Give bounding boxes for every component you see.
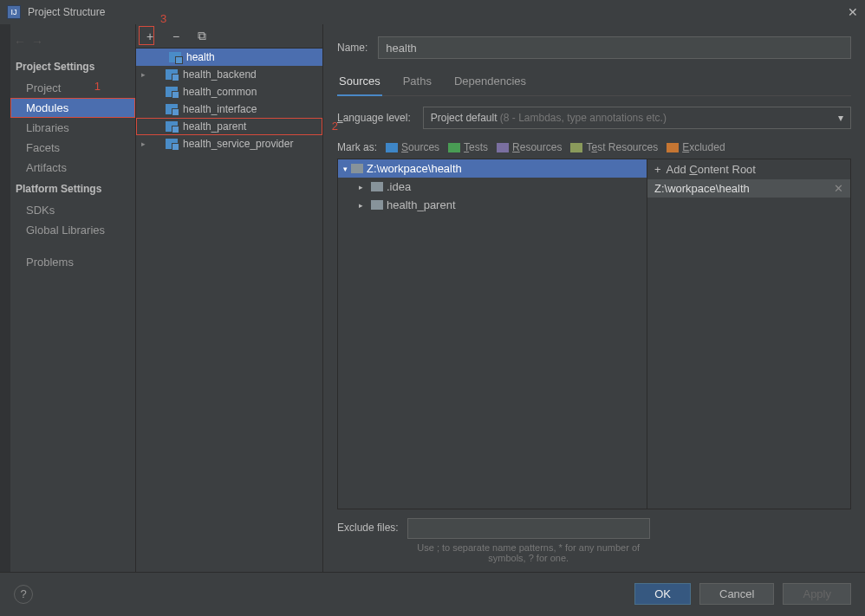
- module-label: health_backend: [183, 68, 257, 81]
- window-title: Project Structure: [28, 6, 105, 18]
- close-icon[interactable]: ✕: [848, 5, 858, 19]
- module-toolbar: + − ⧉ 3: [136, 24, 322, 49]
- file-tree-label: health_parent: [387, 198, 456, 211]
- sidebar-item-problems[interactable]: Problems: [10, 252, 135, 272]
- content-root-label: Z:\workpace\health: [654, 182, 750, 195]
- sidebar-label: Artifacts: [26, 161, 67, 174]
- tests-icon: [448, 143, 460, 152]
- back-icon[interactable]: ←: [14, 35, 26, 49]
- plus-icon: +: [654, 163, 661, 176]
- mark-as-label: Mark as:: [337, 141, 377, 153]
- tab-paths[interactable]: Paths: [401, 71, 433, 95]
- exclude-files-label: Exclude files:: [337, 518, 399, 534]
- file-tree-item[interactable]: ▸ .idea: [338, 178, 647, 196]
- file-tree: ▾ Z:\workpace\health ▸ .idea ▸ health_pa…: [338, 159, 647, 509]
- platform-settings-header: Platform Settings: [10, 178, 135, 200]
- sidebar-label: Modules: [26, 101, 68, 114]
- mark-tests-button[interactable]: Tests: [448, 141, 488, 153]
- module-label: health_parent: [183, 120, 246, 133]
- folder-icon: [371, 182, 383, 191]
- nav-arrows: ← →: [10, 31, 135, 55]
- folder-icon: [371, 200, 383, 210]
- exclude-hint: Use ; to separate name patterns, * for a…: [407, 542, 650, 563]
- titlebar: IJ Project Structure ✕: [0, 0, 865, 24]
- annotation-1: 1: [94, 80, 101, 93]
- module-label: health_interface: [183, 103, 257, 115]
- ok-button[interactable]: OK: [634, 583, 691, 605]
- mark-sources-button[interactable]: Sources: [386, 141, 439, 153]
- sidebar-item-libraries[interactable]: Libraries: [10, 118, 135, 138]
- collapse-icon[interactable]: ▾: [343, 165, 348, 173]
- left-gutter: [0, 24, 10, 572]
- copy-module-icon[interactable]: ⧉: [195, 29, 209, 43]
- language-level-label: Language level:: [337, 112, 411, 124]
- remove-module-icon[interactable]: −: [169, 29, 183, 43]
- folder-icon: [351, 164, 363, 173]
- file-tree-root[interactable]: ▾ Z:\workpace\health: [338, 159, 647, 178]
- language-level-select[interactable]: Project default (8 - Lambdas, type annot…: [423, 107, 851, 129]
- sidebar-item-modules[interactable]: Modules: [10, 98, 135, 118]
- sidebar-item-global-libraries[interactable]: Global Libraries: [10, 220, 135, 240]
- tab-dependencies[interactable]: Dependencies: [452, 71, 528, 95]
- project-settings-header: Project Settings: [10, 55, 135, 78]
- sidebar-label: Libraries: [26, 121, 69, 134]
- sidebar-label: Facets: [26, 141, 60, 154]
- add-content-root-button[interactable]: + Add Content Root: [647, 159, 850, 179]
- footer: ? OK Cancel Apply: [0, 572, 865, 615]
- module-icon: [166, 139, 178, 149]
- sidebar-item-artifacts[interactable]: Artifacts: [10, 158, 135, 178]
- name-label: Name:: [337, 42, 367, 54]
- module-icon: [166, 69, 178, 80]
- sidebar-label: Global Libraries: [26, 224, 105, 237]
- module-row-parent[interactable]: health_parent 2: [136, 118, 322, 135]
- resources-icon: [497, 143, 509, 152]
- exclude-files-input[interactable]: [407, 518, 650, 539]
- lang-hint: (8 - Lambdas, type annotations etc.): [500, 112, 667, 124]
- sidebar-item-sdks[interactable]: SDKs: [10, 200, 135, 220]
- help-button[interactable]: ?: [14, 585, 33, 604]
- sidebar-label: Project: [26, 81, 61, 94]
- module-icon: [169, 52, 181, 62]
- content-roots-panel: + Add Content Root Z:\workpace\health ✕: [647, 159, 850, 509]
- module-icon: [166, 121, 178, 132]
- sidebar-item-project[interactable]: Project 1: [10, 78, 135, 98]
- content-panel: Name: Sources Paths Dependencies Languag…: [323, 24, 865, 572]
- app-icon: IJ: [7, 5, 21, 19]
- chevron-down-icon: ▾: [838, 112, 843, 124]
- name-input[interactable]: [378, 36, 851, 59]
- sidebar-item-facets[interactable]: Facets: [10, 138, 135, 158]
- expand-icon[interactable]: ▸: [141, 70, 150, 79]
- mark-test-resources-button[interactable]: Test Resources: [570, 141, 658, 153]
- expand-icon[interactable]: ▸: [359, 201, 367, 210]
- file-tree-root-label: Z:\workpace\health: [367, 162, 462, 175]
- annotation-2: 2: [332, 120, 338, 133]
- tabs: Sources Paths Dependencies: [337, 71, 851, 96]
- module-icon: [166, 104, 178, 114]
- file-tree-item[interactable]: ▸ health_parent: [338, 196, 647, 214]
- expand-icon[interactable]: ▸: [359, 183, 367, 191]
- sources-icon: [386, 143, 398, 152]
- remove-content-root-icon[interactable]: ✕: [834, 182, 843, 195]
- tab-sources[interactable]: Sources: [337, 71, 382, 96]
- test-resources-icon: [570, 143, 582, 152]
- module-row[interactable]: ▸ health_backend: [136, 66, 322, 83]
- module-icon: [166, 87, 178, 97]
- module-label: health_service_provider: [183, 138, 293, 150]
- mark-resources-button[interactable]: Resources: [497, 141, 562, 153]
- forward-icon[interactable]: →: [31, 35, 43, 49]
- mark-excluded-button[interactable]: Excluded: [667, 141, 725, 153]
- expand-icon[interactable]: ▸: [141, 139, 150, 148]
- module-panel: + − ⧉ 3 health ▸ health_backend health_c…: [136, 24, 323, 572]
- sidebar-label: SDKs: [26, 204, 55, 217]
- module-tree: health ▸ health_backend health_common he…: [136, 49, 322, 152]
- module-label: health_common: [183, 86, 257, 98]
- module-row[interactable]: health_common: [136, 83, 322, 101]
- content-root-item[interactable]: Z:\workpace\health ✕: [647, 179, 850, 198]
- module-row-root[interactable]: health: [136, 49, 322, 66]
- file-tree-label: .idea: [387, 180, 411, 193]
- cancel-button[interactable]: Cancel: [699, 583, 774, 605]
- annotation-3: 3: [160, 12, 166, 25]
- module-row[interactable]: health_interface: [136, 101, 322, 118]
- apply-button[interactable]: Apply: [783, 583, 851, 605]
- module-row[interactable]: ▸ health_service_provider: [136, 135, 322, 152]
